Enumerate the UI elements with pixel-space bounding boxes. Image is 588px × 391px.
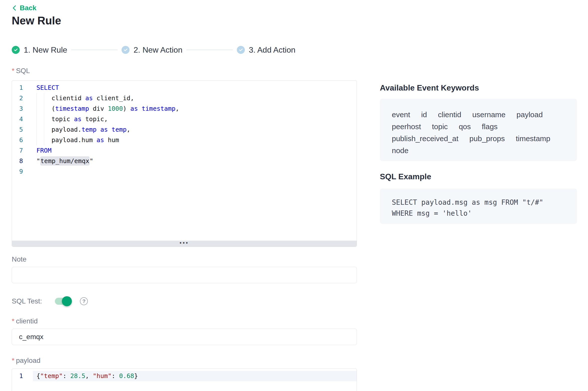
sql-editor[interactable]: 1SELECT2 clientid as client_id,3 (timest… — [12, 80, 357, 247]
keyword-row: peerhosttopicqosflags — [392, 123, 565, 131]
line-number: 3 — [12, 103, 23, 114]
keyword-item: payload — [517, 111, 543, 119]
chevron-left-icon — [12, 5, 17, 11]
keyword-item: id — [421, 111, 427, 119]
code-text: payload.hum as hum — [36, 135, 119, 145]
payload-field-label: *payload — [12, 357, 40, 365]
sql-test-row: SQL Test: ? — [12, 296, 88, 307]
required-marker: * — [12, 317, 14, 325]
keyword-item: topic — [432, 123, 448, 131]
required-marker: * — [12, 357, 14, 364]
new-rule-page: Back New Rule 1. New Rule 2. New Action … — [0, 0, 588, 391]
keyword-item: peerhost — [392, 123, 421, 131]
line-number: 4 — [12, 114, 23, 124]
step-connector — [186, 50, 233, 50]
sql-example-line: WHERE msg = 'hello' — [392, 208, 565, 219]
sql-example-line: SELECT payload.msg as msg FROM "t/#" — [392, 197, 565, 208]
code-text: clientid as client_id, — [36, 93, 134, 103]
keyword-item: timestamp — [516, 135, 550, 143]
back-link[interactable]: Back — [12, 4, 36, 12]
keyword-item: pub_props — [469, 135, 505, 143]
help-icon[interactable]: ? — [80, 297, 88, 305]
line-number: 9 — [12, 166, 23, 177]
code-text: topic as topic, — [36, 114, 108, 124]
keyword-item: qos — [459, 123, 471, 131]
payload-editor[interactable]: 1{"temp": 28.5, "hum": 0.68} — [12, 369, 357, 391]
code-line: 8"temp_hum/emqx" — [12, 156, 357, 166]
steps-bar: 1. New Rule 2. New Action 3. Add Action — [12, 45, 295, 54]
step-label: 3. Add Action — [249, 45, 295, 55]
code-text: (timestamp div 1000) as timestamp, — [36, 103, 179, 114]
step-new-rule[interactable]: 1. New Rule — [12, 45, 67, 55]
line-number: 5 — [12, 124, 23, 135]
code-line: 3 (timestamp div 1000) as timestamp, — [12, 103, 357, 114]
code-text: FROM — [36, 145, 51, 156]
code-text: payload.temp as temp, — [36, 124, 130, 135]
sql-example-heading: SQL Example — [380, 172, 431, 181]
step-connector — [71, 50, 118, 50]
line-number: 1 — [12, 83, 23, 93]
clientid-input[interactable] — [12, 329, 357, 345]
keyword-row: publish_received_atpub_propstimestamp — [392, 135, 565, 143]
keywords-card: eventidclientidusernamepayloadpeerhostto… — [380, 99, 577, 161]
sql-example-card: SELECT payload.msg as msg FROM "t/#"WHER… — [380, 189, 577, 224]
page-title: New Rule — [12, 14, 61, 27]
keyword-item: node — [392, 147, 409, 155]
keyword-item: flags — [482, 123, 498, 131]
keywords-heading: Available Event Keywords — [380, 83, 479, 93]
payload-editor-lines: 1{"temp": 28.5, "hum": 0.68} — [12, 369, 357, 381]
toggle-knob — [62, 296, 72, 306]
line-number: 8 — [12, 156, 23, 166]
step-label: 1. New Rule — [24, 45, 67, 55]
step-check-icon — [122, 46, 130, 54]
step-new-action[interactable]: 2. New Action — [122, 45, 182, 55]
code-line: 1{"temp": 28.5, "hum": 0.68} — [12, 371, 357, 381]
sql-test-toggle[interactable] — [55, 298, 71, 305]
line-number: 2 — [12, 93, 23, 103]
keyword-item: event — [392, 111, 410, 119]
keyword-item: clientid — [438, 111, 461, 119]
sql-test-label: SQL Test: — [12, 297, 42, 305]
code-line: 5 payload.temp as temp, — [12, 124, 357, 135]
code-text: SELECT — [36, 83, 59, 93]
required-marker: * — [12, 67, 14, 75]
note-field-label: Note — [12, 255, 26, 263]
step-add-action[interactable]: 3. Add Action — [237, 45, 295, 55]
code-line: 7FROM — [12, 145, 357, 156]
code-text: {"temp": 28.5, "hum": 0.68} — [36, 371, 138, 381]
code-line: 6 payload.hum as hum — [12, 135, 357, 145]
code-line: 4 topic as topic, — [12, 114, 357, 124]
keyword-item: publish_received_at — [392, 135, 458, 143]
keyword-row: node — [392, 147, 565, 155]
sql-field-label: *SQL — [12, 67, 30, 75]
back-label: Back — [20, 4, 36, 12]
note-input[interactable] — [12, 267, 357, 283]
step-label: 2. New Action — [134, 45, 182, 55]
code-line: 9 — [12, 166, 357, 177]
line-number: 7 — [12, 145, 23, 156]
editor-resize-handle[interactable]: ••• — [12, 241, 357, 247]
sql-editor-lines: 1SELECT2 clientid as client_id,3 (timest… — [12, 81, 357, 177]
code-line: 2 clientid as client_id, — [12, 93, 357, 103]
code-text: "temp_hum/emqx" — [36, 156, 93, 166]
line-number: 1 — [12, 371, 23, 381]
line-number: 6 — [12, 135, 23, 145]
step-check-icon — [12, 46, 20, 54]
keyword-item: username — [472, 111, 505, 119]
code-line: 1SELECT — [12, 83, 357, 93]
clientid-field-label: *clientid — [12, 317, 38, 325]
step-check-icon — [237, 46, 245, 54]
drag-dots-icon: ••• — [179, 242, 189, 244]
keyword-row: eventidclientidusernamepayload — [392, 111, 565, 119]
